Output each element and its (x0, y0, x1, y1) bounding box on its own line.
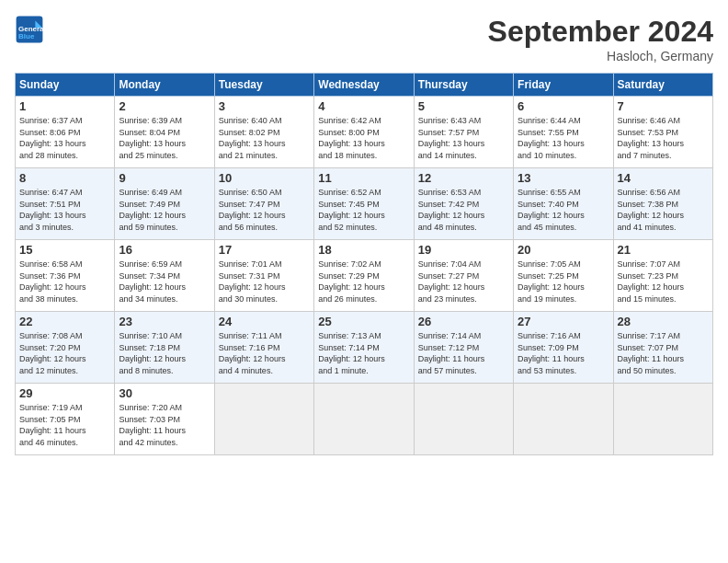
table-cell (314, 384, 414, 455)
day-info: Sunrise: 7:07 AMSunset: 7:23 PMDaylight:… (618, 259, 709, 304)
day-info: Sunrise: 7:20 AMSunset: 7:03 PMDaylight:… (119, 402, 210, 448)
col-thursday: Thursday (414, 74, 513, 97)
day-info: Sunrise: 6:46 AMSunset: 7:53 PMDaylight:… (618, 115, 709, 161)
day-number: 21 (618, 243, 709, 257)
day-number: 7 (618, 99, 709, 113)
table-cell (613, 384, 712, 455)
day-number: 30 (119, 386, 210, 400)
day-number: 9 (119, 171, 210, 185)
logo: General Blue (15, 15, 48, 44)
table-cell: 27Sunrise: 7:16 AMSunset: 7:09 PMDayligh… (514, 312, 613, 384)
day-info: Sunrise: 6:58 AMSunset: 7:36 PMDaylight:… (19, 259, 110, 304)
day-info: Sunrise: 6:49 AMSunset: 7:49 PMDaylight:… (119, 187, 210, 233)
table-cell: 2Sunrise: 6:39 AMSunset: 8:04 PMDaylight… (115, 97, 214, 168)
table-cell: 23Sunrise: 7:10 AMSunset: 7:18 PMDayligh… (115, 312, 214, 384)
table-cell: 21Sunrise: 7:07 AMSunset: 7:23 PMDayligh… (613, 240, 712, 312)
table-row: 1Sunrise: 6:37 AMSunset: 8:06 PMDaylight… (16, 97, 713, 168)
table-cell: 18Sunrise: 7:02 AMSunset: 7:29 PMDayligh… (314, 240, 414, 312)
table-cell: 29Sunrise: 7:19 AMSunset: 7:05 PMDayligh… (16, 384, 115, 455)
day-number: 14 (618, 171, 709, 185)
table-row: 22Sunrise: 7:08 AMSunset: 7:20 PMDayligh… (16, 312, 713, 384)
day-number: 3 (219, 99, 310, 113)
day-info: Sunrise: 7:11 AMSunset: 7:16 PMDaylight:… (219, 330, 310, 376)
table-cell: 22Sunrise: 7:08 AMSunset: 7:20 PMDayligh… (16, 312, 115, 384)
table-cell (414, 384, 513, 455)
title-block: September 2024 Hasloch, Germany (488, 15, 713, 63)
day-number: 13 (518, 171, 609, 185)
table-cell: 1Sunrise: 6:37 AMSunset: 8:06 PMDaylight… (16, 97, 115, 168)
day-number: 2 (119, 99, 210, 113)
table-cell: 3Sunrise: 6:40 AMSunset: 8:02 PMDaylight… (214, 97, 313, 168)
table-cell: 4Sunrise: 6:42 AMSunset: 8:00 PMDaylight… (314, 97, 414, 168)
day-number: 24 (219, 315, 310, 328)
table-cell: 28Sunrise: 7:17 AMSunset: 7:07 PMDayligh… (613, 312, 712, 384)
day-number: 5 (418, 99, 509, 113)
day-number: 10 (219, 171, 310, 185)
table-cell: 8Sunrise: 6:47 AMSunset: 7:51 PMDaylight… (16, 168, 115, 240)
day-info: Sunrise: 6:42 AMSunset: 8:00 PMDaylight:… (318, 115, 409, 161)
day-number: 12 (418, 171, 509, 185)
col-friday: Friday (514, 74, 613, 97)
day-info: Sunrise: 7:01 AMSunset: 7:31 PMDaylight:… (219, 259, 310, 304)
day-info: Sunrise: 6:43 AMSunset: 7:57 PMDaylight:… (418, 115, 509, 161)
header: General Blue September 2024 Hasloch, Ger… (15, 15, 713, 63)
table-cell: 26Sunrise: 7:14 AMSunset: 7:12 PMDayligh… (414, 312, 513, 384)
day-number: 16 (119, 243, 210, 257)
table-cell: 14Sunrise: 6:56 AMSunset: 7:38 PMDayligh… (613, 168, 712, 240)
table-cell: 24Sunrise: 7:11 AMSunset: 7:16 PMDayligh… (214, 312, 313, 384)
day-info: Sunrise: 6:39 AMSunset: 8:04 PMDaylight:… (119, 115, 210, 161)
day-number: 20 (518, 243, 609, 257)
day-info: Sunrise: 6:59 AMSunset: 7:34 PMDaylight:… (119, 259, 210, 304)
header-row: Sunday Monday Tuesday Wednesday Thursday… (16, 74, 713, 97)
table-cell: 5Sunrise: 6:43 AMSunset: 7:57 PMDaylight… (414, 97, 513, 168)
day-number: 15 (19, 243, 110, 257)
month-title: September 2024 (488, 15, 713, 49)
table-row: 15Sunrise: 6:58 AMSunset: 7:36 PMDayligh… (16, 240, 713, 312)
day-number: 11 (318, 171, 409, 185)
day-number: 6 (518, 99, 609, 113)
table-cell: 17Sunrise: 7:01 AMSunset: 7:31 PMDayligh… (214, 240, 313, 312)
table-cell (514, 384, 613, 455)
col-saturday: Saturday (613, 74, 712, 97)
table-cell: 25Sunrise: 7:13 AMSunset: 7:14 PMDayligh… (314, 312, 414, 384)
table-cell: 30Sunrise: 7:20 AMSunset: 7:03 PMDayligh… (115, 384, 214, 455)
calendar-table: Sunday Monday Tuesday Wednesday Thursday… (15, 73, 713, 455)
day-number: 28 (618, 315, 709, 328)
table-cell: 19Sunrise: 7:04 AMSunset: 7:27 PMDayligh… (414, 240, 513, 312)
day-number: 1 (19, 99, 110, 113)
location: Hasloch, Germany (488, 49, 713, 63)
day-number: 23 (119, 315, 210, 328)
logo-icon: General Blue (15, 15, 44, 44)
day-info: Sunrise: 7:08 AMSunset: 7:20 PMDaylight:… (19, 330, 110, 376)
day-info: Sunrise: 6:47 AMSunset: 7:51 PMDaylight:… (19, 187, 110, 233)
svg-text:General: General (18, 25, 44, 33)
col-monday: Monday (115, 74, 214, 97)
day-info: Sunrise: 6:44 AMSunset: 7:55 PMDaylight:… (518, 115, 609, 161)
table-cell: 16Sunrise: 6:59 AMSunset: 7:34 PMDayligh… (115, 240, 214, 312)
table-row: 29Sunrise: 7:19 AMSunset: 7:05 PMDayligh… (16, 384, 713, 455)
table-cell: 9Sunrise: 6:49 AMSunset: 7:49 PMDaylight… (115, 168, 214, 240)
col-wednesday: Wednesday (314, 74, 414, 97)
day-number: 25 (318, 315, 409, 328)
day-info: Sunrise: 7:14 AMSunset: 7:12 PMDaylight:… (418, 330, 509, 376)
day-number: 27 (518, 315, 609, 328)
day-info: Sunrise: 6:52 AMSunset: 7:45 PMDaylight:… (318, 187, 409, 233)
calendar-page: General Blue September 2024 Hasloch, Ger… (0, 0, 728, 465)
day-info: Sunrise: 7:04 AMSunset: 7:27 PMDaylight:… (418, 259, 509, 304)
day-number: 17 (219, 243, 310, 257)
table-row: 8Sunrise: 6:47 AMSunset: 7:51 PMDaylight… (16, 168, 713, 240)
table-cell: 13Sunrise: 6:55 AMSunset: 7:40 PMDayligh… (514, 168, 613, 240)
table-cell: 15Sunrise: 6:58 AMSunset: 7:36 PMDayligh… (16, 240, 115, 312)
day-info: Sunrise: 7:19 AMSunset: 7:05 PMDaylight:… (19, 402, 110, 448)
table-cell: 20Sunrise: 7:05 AMSunset: 7:25 PMDayligh… (514, 240, 613, 312)
svg-text:Blue: Blue (18, 32, 35, 40)
table-cell: 12Sunrise: 6:53 AMSunset: 7:42 PMDayligh… (414, 168, 513, 240)
col-tuesday: Tuesday (214, 74, 313, 97)
day-info: Sunrise: 7:10 AMSunset: 7:18 PMDaylight:… (119, 330, 210, 376)
day-number: 29 (19, 386, 110, 400)
col-sunday: Sunday (16, 74, 115, 97)
day-info: Sunrise: 6:37 AMSunset: 8:06 PMDaylight:… (19, 115, 110, 161)
day-number: 22 (19, 315, 110, 328)
day-info: Sunrise: 7:05 AMSunset: 7:25 PMDaylight:… (518, 259, 609, 304)
day-info: Sunrise: 6:56 AMSunset: 7:38 PMDaylight:… (618, 187, 709, 233)
